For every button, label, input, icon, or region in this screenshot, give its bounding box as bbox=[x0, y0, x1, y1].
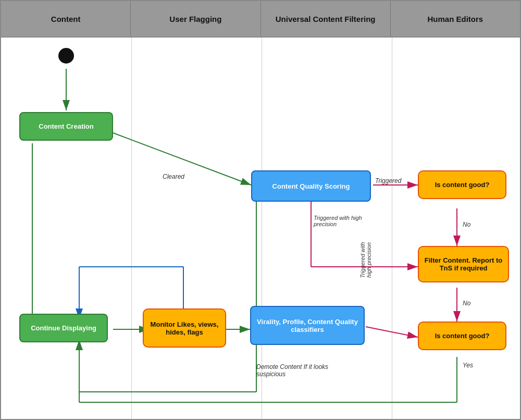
content-creation-node: Content Creation bbox=[19, 112, 113, 141]
continue-displaying-node: Continue Displaying bbox=[19, 314, 108, 342]
header-user-flagging: User Flagging bbox=[131, 1, 260, 36]
header-human-editors: Human Editors bbox=[391, 1, 520, 36]
label-cleared: Cleared bbox=[163, 173, 184, 180]
content-quality-scoring-node: Content Quality Scoring bbox=[251, 170, 371, 202]
label-yes: Yes bbox=[463, 362, 473, 369]
label-triggered-high-2: Triggered with high precision bbox=[359, 237, 372, 283]
start-node bbox=[58, 48, 74, 64]
header-content: Content bbox=[1, 1, 131, 36]
is-content-good-2-node: Is content good? bbox=[418, 322, 506, 350]
is-content-good-1-node: Is content good? bbox=[418, 170, 506, 199]
label-triggered-high-1: Triggered with high precision bbox=[314, 215, 366, 227]
header-row: Content User Flagging Universal Content … bbox=[1, 1, 520, 38]
content-area: Content Creation Content Quality Scoring… bbox=[1, 38, 520, 420]
header-ucf: Universal Content Filtering bbox=[261, 1, 391, 36]
label-no-1: No bbox=[463, 221, 470, 228]
label-demote: Demote Content If it looks suspicious bbox=[256, 363, 340, 378]
label-triggered: Triggered bbox=[375, 177, 401, 184]
arrows-svg bbox=[1, 38, 520, 420]
virality-node: Virality, Profile, Content Quality class… bbox=[250, 306, 365, 345]
label-no-2: No bbox=[463, 300, 470, 307]
divider-1 bbox=[131, 38, 132, 420]
divider-3 bbox=[392, 38, 392, 420]
diagram-container: Content User Flagging Universal Content … bbox=[0, 0, 521, 420]
monitor-likes-node: Monitor Likes, views, hides, flags bbox=[143, 308, 226, 348]
divider-2 bbox=[262, 38, 262, 420]
filter-content-node: Filter Content. Report to TnS if require… bbox=[418, 246, 509, 282]
